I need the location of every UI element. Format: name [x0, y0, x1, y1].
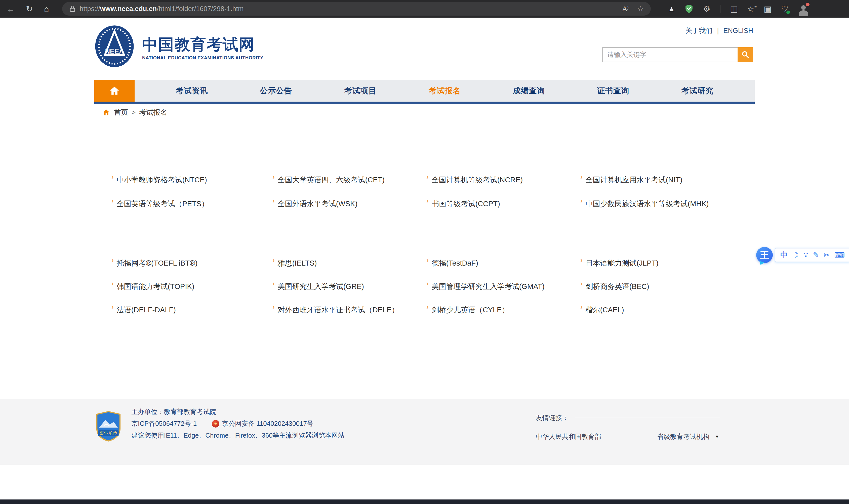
read-aloud-icon[interactable]: A⁾ [622, 5, 629, 13]
footer-browser-tip: 建议您使用IE11、Edge、Chrome、Firefox、360等主流浏览器浏… [131, 430, 345, 442]
top-links-divider: | [717, 27, 719, 35]
lock-icon [69, 5, 76, 13]
link-arrow-icon: › [111, 197, 114, 205]
favorites-list-icon[interactable]: ☆≡ [747, 4, 754, 13]
profile-avatar[interactable] [798, 3, 809, 14]
browser-essentials-heart-icon[interactable]: ♡ [781, 4, 788, 14]
exam-link-delf-dalf[interactable]: ›法语(DELF-DALF) [111, 298, 272, 322]
translate-icon[interactable]: 中 [780, 250, 788, 260]
nav-item-certificate-inquiry[interactable]: 证书查询 [571, 80, 655, 102]
exam-link-label: 楷尔(CAEL) [585, 305, 624, 315]
link-arrow-icon: › [580, 280, 583, 287]
footer-police-record[interactable]: 京公网安备 11040202430017号 [222, 419, 313, 428]
exam-link-cet[interactable]: ›全国大学英语四、六级考试(CET) [272, 168, 427, 192]
address-bar[interactable]: https://www.neea.edu.cn/html1/folder/160… [62, 2, 651, 16]
assistant-tool-strip: 中 ☽ ∵ ✎ ✂ ⌨ [775, 248, 849, 262]
footer-icp[interactable]: 京ICP备05064772号-1 [131, 419, 197, 428]
keyboard-icon[interactable]: ⌨ [834, 251, 845, 259]
favorite-star-icon[interactable]: ☆ [637, 5, 644, 13]
exam-link-nit[interactable]: ›全国计算机应用水平考试(NIT) [580, 168, 735, 192]
search-button[interactable] [738, 47, 753, 62]
search-input[interactable] [602, 47, 738, 62]
exam-link-ccpt[interactable]: ›书画等级考试(CCPT) [427, 192, 580, 216]
back-icon[interactable]: ← [6, 5, 15, 13]
gov-unit-badge[interactable]: 事业单位 [95, 411, 122, 443]
url-domain: www.neea.edu.cn [100, 5, 157, 13]
exam-link-jlpt[interactable]: ›日本语能力测试(JLPT) [580, 252, 735, 275]
police-emblem-icon: ★ [212, 420, 219, 428]
link-arrow-icon: › [580, 197, 583, 205]
heart-green-dot [787, 11, 790, 14]
nav-item-exam-research[interactable]: 考试研究 [655, 80, 740, 102]
pencil-icon[interactable]: ✎ [813, 251, 819, 259]
exam-link-toefl[interactable]: ›托福网考®(TOEFL iBT®) [111, 252, 272, 275]
friend-links-label: 友情链接： [536, 413, 568, 422]
link-arrow-icon: › [580, 256, 583, 264]
friend-link-provincial-dropdown[interactable]: 省级教育考试机构 ▼ [657, 432, 719, 441]
search-icon [741, 50, 749, 59]
nav-item-exam-news[interactable]: 考试资讯 [150, 80, 234, 102]
exam-link-dele[interactable]: ›对外西班牙语水平证书考试（DELE） [272, 298, 427, 322]
exam-link-label: 中小学教师资格考试(NTCE) [117, 175, 207, 185]
exam-link-ielts[interactable]: ›雅思(IELTS) [272, 252, 427, 275]
extension-gear-icon[interactable]: ⚙ [703, 5, 710, 13]
dark-mode-moon-icon[interactable]: ☽ [792, 251, 799, 259]
about-us-link[interactable]: 关于我们 [685, 26, 712, 35]
nav-item-exam-programs[interactable]: 考试项目 [318, 80, 402, 102]
friend-link-moe[interactable]: 中华人民共和国教育部 [536, 432, 601, 441]
site-logo[interactable]: NEEA 中国教育考试网 NATIONAL EDUCATION EXAMINAT… [94, 25, 264, 68]
exam-link-mhk[interactable]: ›中国少数民族汉语水平等级考试(MHK) [580, 192, 735, 216]
annotation-dots-icon[interactable]: ∵ [803, 251, 808, 259]
breadcrumb-home-icon[interactable] [102, 108, 110, 116]
exam-link-bec[interactable]: ›剑桥商务英语(BEC) [580, 275, 735, 298]
assistant-badge-icon[interactable]: 王 [756, 247, 773, 263]
link-arrow-icon: › [111, 173, 114, 181]
link-arrow-icon: › [580, 303, 583, 311]
nav-item-score-inquiry[interactable]: 成绩查询 [487, 80, 571, 102]
nav-home-icon [109, 85, 120, 96]
nav-items: 考试资讯 公示公告 考试项目 考试报名 成绩查询 证书查询 考试研究 [134, 80, 755, 102]
extension-triangle-icon[interactable]: ▲ [668, 4, 675, 13]
url-path: /html1/folder/1607/298-1.htm [157, 5, 243, 13]
gov-unit-badge-label: 事业单位 [100, 431, 118, 436]
exam-link-gmat[interactable]: ›美国管理学研究生入学考试(GMAT) [427, 275, 580, 298]
nav-home-button[interactable] [94, 80, 134, 102]
screen: ← ↻ ⌂ https://www.neea.edu.cn/html1/fold… [0, 0, 849, 504]
exam-link-gre[interactable]: ›美国研究生入学考试(GRE) [272, 275, 427, 298]
exam-link-cael[interactable]: ›楷尔(CAEL) [580, 298, 735, 322]
breadcrumb: 首页 > 考试报名 [102, 108, 167, 117]
link-arrow-icon: › [111, 303, 114, 311]
nav-item-public-notice[interactable]: 公示公告 [234, 80, 318, 102]
collections-icon[interactable]: ▣ [764, 5, 772, 13]
link-arrow-icon: › [272, 173, 275, 181]
footer: 事业单位 主办单位：教育部教育考试院 京ICP备05064772号-1 ★ 京公… [0, 399, 849, 465]
exam-link-wsk[interactable]: ›全国外语水平考试(WSK) [272, 192, 427, 216]
neea-emblem: NEEA [94, 25, 134, 68]
exam-link-cyle[interactable]: ›剑桥少儿英语（CYLE） [427, 298, 580, 322]
url-text: https://www.neea.edu.cn/html1/folder/160… [80, 5, 244, 13]
link-arrow-icon: › [580, 173, 583, 181]
exam-link-label: 雅思(IELTS) [278, 258, 317, 268]
logo-text: 中国教育考试网 NATIONAL EDUCATION EXAMINATIONS … [142, 37, 264, 68]
exam-link-ncre[interactable]: ›全国计算机等级考试(NCRE) [427, 168, 580, 192]
exam-link-ntce[interactable]: ›中小学教师资格考试(NTCE) [111, 168, 272, 192]
exam-link-label: 日本语能力测试(JLPT) [585, 258, 658, 268]
exam-link-testdaf[interactable]: ›德福(TestDaF) [427, 252, 580, 275]
exam-link-label: 剑桥商务英语(BEC) [585, 282, 649, 292]
scissors-icon[interactable]: ✂ [824, 251, 830, 259]
browser-home-icon[interactable]: ⌂ [44, 5, 49, 13]
exam-link-label: 德福(TestDaF) [432, 258, 478, 268]
adblock-shield-icon[interactable] [685, 4, 693, 13]
refresh-icon[interactable]: ↻ [26, 5, 33, 13]
exam-link-label: 全国计算机应用水平考试(NIT) [585, 175, 683, 185]
bottom-edge-bar [0, 500, 849, 504]
exam-link-topik[interactable]: ›韩国语能力考试(TOPIK) [111, 275, 272, 298]
english-link[interactable]: ENGLISH [723, 27, 753, 35]
exam-link-pets[interactable]: ›全国英语等级考试（PETS） [111, 192, 272, 216]
breadcrumb-home[interactable]: 首页 [114, 108, 128, 117]
footer-organizer: 主办单位：教育部教育考试院 [131, 406, 345, 418]
split-screen-icon[interactable]: ◫ [730, 5, 738, 13]
section-divider [117, 233, 730, 233]
nav-item-exam-registration[interactable]: 考试报名 [402, 80, 487, 102]
main-nav: 考试资讯 公示公告 考试项目 考试报名 成绩查询 证书查询 考试研究 [94, 80, 755, 104]
